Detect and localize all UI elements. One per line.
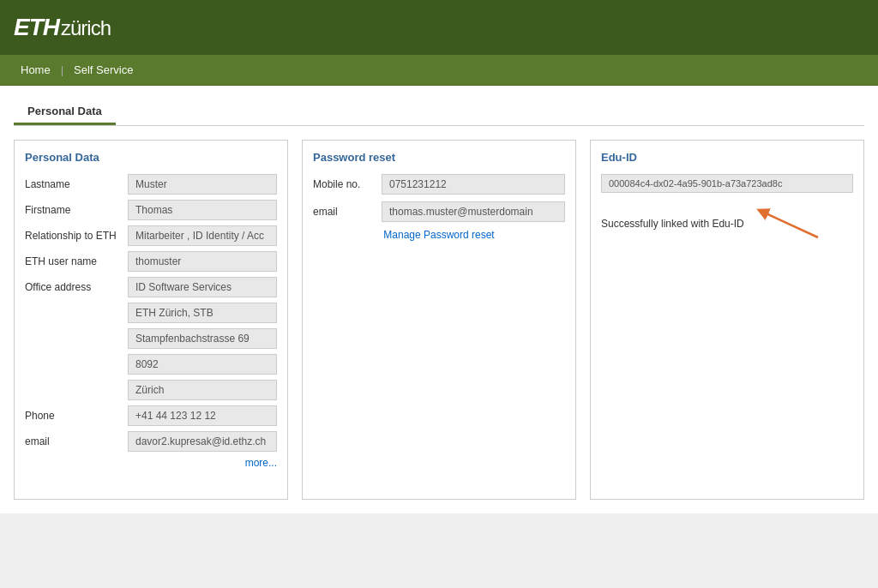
more-link[interactable]: more... (25, 457, 277, 469)
value-relationship: Mitarbeiter , ID Identity / Acc (128, 225, 277, 246)
value-email: davor2.kupresak@id.ethz.ch (128, 431, 277, 452)
field-row-office4: 8092 (25, 354, 277, 375)
field-row-office3: Stampfenbachstrasse 69 (25, 328, 277, 349)
field-row-phone: Phone +41 44 123 12 12 (25, 405, 277, 426)
value-pwd-email: thomas.muster@musterdomain (382, 201, 565, 222)
value-username: thomuster (128, 251, 277, 272)
password-reset-panel: Password reset Mobile no. 0751231212 ema… (302, 140, 576, 500)
manage-password-link[interactable]: Manage Password reset (313, 229, 565, 241)
value-lastname: Muster (128, 174, 277, 195)
value-office3: Stampfenbachstrasse 69 (128, 328, 277, 349)
eth-logo: ETH zürich (14, 14, 111, 41)
personal-data-title: Personal Data (25, 151, 277, 164)
field-row-lastname: Lastname Muster (25, 174, 277, 195)
password-reset-title: Password reset (313, 151, 565, 164)
field-row-email: email davor2.kupresak@id.ethz.ch (25, 431, 277, 452)
edu-id-panel: Edu-ID 000084c4-dx02-4a95-901b-a73a723ad… (590, 140, 864, 500)
value-office1: ID Software Services (128, 277, 277, 297)
navbar: Home | Self Service (0, 55, 878, 86)
field-row-office1: Office address ID Software Services (25, 277, 277, 297)
value-phone: +41 44 123 12 12 (128, 405, 277, 426)
edu-id-value: 000084c4-dx02-4a95-901b-a73a723ad8c (601, 174, 853, 193)
tab-strip: Personal Data (14, 99, 864, 126)
label-pwd-email: email (313, 206, 382, 218)
label-lastname: Lastname (25, 178, 128, 190)
field-row-office2: ETH Zürich, STB (25, 303, 277, 323)
personal-data-panel: Personal Data Lastname Muster Firstname … (14, 140, 288, 500)
arrow-container: Successfully linked with Edu-ID (601, 203, 853, 246)
nav-separator: | (61, 63, 63, 76)
label-relationship: Relationship to ETH (25, 230, 128, 242)
edu-id-title: Edu-ID (601, 151, 853, 164)
selfservice-link[interactable]: Self Service (67, 63, 140, 76)
header: ETH zürich (0, 0, 878, 55)
label-office: Office address (25, 281, 128, 293)
main-content: Personal Data Personal Data Lastname Mus… (0, 86, 878, 513)
label-mobile: Mobile no. (313, 178, 382, 190)
field-row-username: ETH user name thomuster (25, 251, 277, 272)
columns-container: Personal Data Lastname Muster Firstname … (14, 140, 864, 500)
value-firstname: Thomas (128, 200, 277, 220)
tab-personal-data[interactable]: Personal Data (14, 99, 116, 125)
label-username: ETH user name (25, 255, 128, 267)
label-firstname: Firstname (25, 204, 128, 216)
value-office5: Zürich (128, 380, 277, 400)
value-office4: 8092 (128, 354, 277, 375)
zurich-text: zürich (61, 16, 111, 40)
arrow-annotation (754, 203, 822, 246)
svg-line-1 (762, 212, 818, 237)
home-link[interactable]: Home (14, 63, 57, 76)
value-office2: ETH Zürich, STB (128, 303, 277, 323)
field-row-relationship: Relationship to ETH Mitarbeiter , ID Ide… (25, 225, 277, 246)
pwd-row-email: email thomas.muster@musterdomain (313, 201, 565, 222)
value-mobile: 0751231212 (382, 174, 565, 195)
field-row-firstname: Firstname Thomas (25, 200, 277, 220)
label-phone: Phone (25, 410, 128, 422)
eth-text: ETH (14, 14, 59, 41)
edu-success-message: Successfully linked with Edu-ID (601, 218, 744, 230)
label-email: email (25, 435, 128, 447)
field-row-office5: Zürich (25, 380, 277, 400)
pwd-row-mobile: Mobile no. 0751231212 (313, 174, 565, 195)
